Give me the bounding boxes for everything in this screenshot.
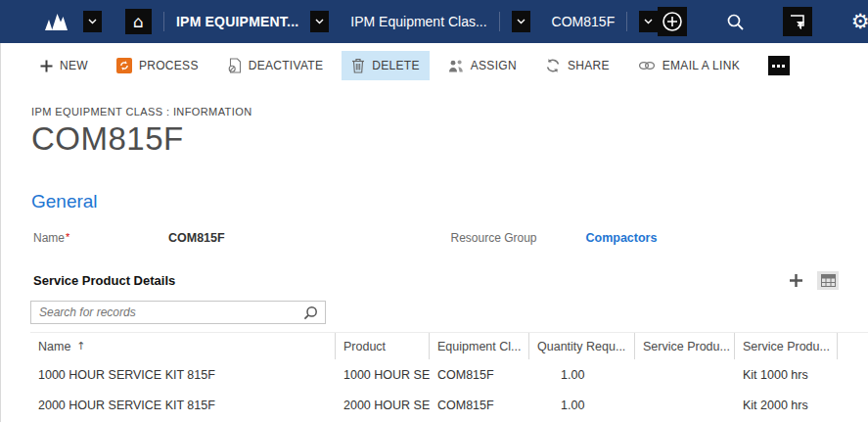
entity-header-label: IPM EQUIPMENT CLASS : INFORMATION — [31, 106, 868, 118]
settings-button[interactable]: ⚙ — [845, 7, 868, 36]
new-button[interactable]: NEW — [30, 52, 98, 79]
page-slash-icon — [227, 58, 242, 73]
advanced-find-button[interactable] — [783, 7, 812, 36]
name-label: Name* — [33, 231, 168, 245]
home-button[interactable]: ⌂ — [125, 9, 152, 34]
chain-link-icon — [638, 60, 656, 71]
chevron-down-icon[interactable] — [639, 11, 658, 32]
table-row[interactable]: 1000 HOUR SERVICE KIT 815F 1000 HOUR SER… — [30, 359, 868, 390]
cell-quantity: 1.00 — [529, 359, 635, 390]
subgrid-header: Service Product Details — [33, 271, 839, 290]
grid-header-row: Name ↑ Product Equipment Cl... Quantity … — [30, 332, 868, 359]
circular-arrows-icon — [545, 58, 561, 73]
two-people-icon — [448, 59, 464, 73]
trash-icon — [351, 58, 365, 73]
quick-create-button[interactable] — [658, 7, 687, 36]
cell-product: 2000 HOUR SER... — [336, 390, 430, 420]
record-title: COM815F — [31, 120, 868, 158]
chevron-down-icon[interactable] — [512, 11, 530, 32]
window-funnel-icon — [789, 13, 806, 30]
cell-service-product-2: Kit 2000 hrs — [735, 390, 838, 420]
chevron-down-icon[interactable] — [83, 11, 102, 32]
column-header-equipment-class[interactable]: Equipment Cl... — [430, 333, 529, 359]
cell-product: 1000 HOUR SER... — [336, 359, 430, 390]
resource-group-label: Resource Group — [451, 231, 586, 245]
plus-icon — [789, 273, 803, 288]
cell-equipment-class: COM815F — [430, 390, 529, 420]
subgrid-search — [30, 301, 326, 324]
column-header-service-product-1[interactable]: Service Produ... — [635, 333, 735, 359]
dynamics-logo[interactable] — [44, 13, 71, 30]
subgrid-title: Service Product Details — [33, 273, 175, 288]
column-header-product[interactable]: Product — [336, 333, 430, 359]
global-search-button[interactable] — [720, 7, 750, 36]
deactivate-button[interactable]: DEACTIVATE — [217, 51, 334, 80]
email-link-button[interactable]: EMAIL A LINK — [628, 52, 750, 79]
search-icon — [726, 13, 745, 31]
column-header-filler — [838, 333, 868, 359]
column-header-quantity-required[interactable]: Quantity Requ... — [529, 333, 635, 359]
record-header: IPM EQUIPMENT CLASS : INFORMATION COM815… — [1, 88, 868, 158]
plus-icon — [40, 60, 53, 72]
top-navigation-bar: ⌂ IPM EQUIPMENT... IPM Equipment Clas...… — [0, 0, 868, 43]
cell-service-product-1 — [635, 390, 735, 420]
resource-group-field: Resource Group Compactors — [451, 231, 868, 245]
service-product-grid: Name ↑ Product Equipment Cl... Quantity … — [30, 332, 868, 420]
process-icon — [116, 58, 132, 73]
process-button[interactable]: PROCESS — [107, 51, 208, 80]
open-grid-view-button[interactable] — [817, 271, 839, 290]
column-header-name[interactable]: Name ↑ — [30, 333, 336, 359]
circled-plus-icon — [662, 11, 683, 32]
nav-item-record[interactable]: COM815F — [552, 14, 616, 29]
search-button[interactable] — [303, 306, 325, 320]
table-row[interactable]: 2000 HOUR SERVICE KIT 815F 2000 HOUR SER… — [30, 390, 868, 420]
general-fields: Name* COM815F Resource Group Compactors — [33, 231, 868, 245]
ellipsis-icon — [772, 65, 775, 68]
nav-divider — [626, 12, 627, 31]
chevron-down-icon[interactable] — [310, 11, 329, 32]
cell-service-product-2: Kit 1000 hrs — [735, 359, 838, 390]
cell-service-product-1 — [635, 359, 735, 390]
home-icon: ⌂ — [133, 12, 144, 31]
delete-button[interactable]: DELETE — [342, 51, 429, 80]
grid-view-icon — [821, 274, 836, 287]
more-commands-button[interactable] — [768, 56, 790, 75]
assign-button[interactable]: ASSIGN — [438, 52, 526, 80]
general-section-heading: General — [31, 191, 868, 212]
nav-item-area[interactable]: IPM EQUIPMENT... — [176, 14, 298, 29]
command-bar: NEW PROCESS DEACTIVATE DELETE — [0, 43, 868, 88]
nav-item-entity[interactable]: IPM Equipment Clas... — [350, 14, 486, 29]
search-input[interactable] — [31, 306, 303, 319]
gear-icon: ⚙ — [851, 10, 868, 33]
cell-equipment-class: COM815F — [430, 359, 529, 390]
required-icon: * — [66, 231, 69, 243]
search-icon — [303, 306, 318, 320]
cell-quantity: 1.00 — [529, 390, 635, 420]
nav-divider — [499, 12, 500, 31]
sort-ascending-icon: ↑ — [76, 340, 85, 352]
name-field: Name* COM815F — [33, 231, 451, 245]
add-record-button[interactable] — [789, 273, 803, 288]
cell-name: 1000 HOUR SERVICE KIT 815F — [30, 359, 336, 390]
resource-group-link[interactable]: Compactors — [586, 231, 658, 245]
share-button[interactable]: SHARE — [535, 51, 619, 80]
nav-divider — [163, 12, 164, 31]
record-form: IPM EQUIPMENT CLASS : INFORMATION COM815… — [0, 88, 868, 422]
column-header-service-product-2[interactable]: Service Produ... — [735, 333, 838, 359]
name-value[interactable]: COM815F — [168, 231, 225, 245]
cell-name: 2000 HOUR SERVICE KIT 815F — [30, 390, 336, 420]
